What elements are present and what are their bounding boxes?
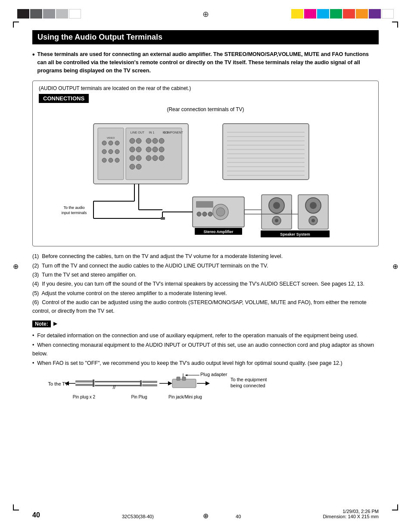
- svg-text:To the audio: To the audio: [63, 205, 84, 210]
- page-title: Using the Audio Output Terminals: [32, 30, 379, 44]
- note-bullet-3: • When FAO is set to "OFF", we recommend…: [32, 359, 379, 367]
- svg-rect-93: [140, 380, 142, 384]
- svg-point-7: [109, 149, 113, 154]
- svg-rect-101: [182, 377, 186, 380]
- svg-text:Plug adapter: Plug adapter: [200, 373, 227, 377]
- note-bullets: • For detailed information on the connec…: [32, 332, 379, 368]
- svg-rect-95: [140, 384, 142, 386]
- bullet-dot: •: [32, 50, 35, 75]
- numbered-item-2: (2) Turn off the TV and connect the audi…: [32, 262, 379, 270]
- svg-text:To the equipment: To the equipment: [230, 377, 267, 382]
- svg-point-11: [115, 158, 119, 162]
- svg-rect-88: [75, 384, 93, 386]
- svg-point-9: [102, 158, 106, 162]
- svg-point-6: [102, 149, 106, 154]
- num-4-text: (4) If you desire, you can turn off the …: [32, 280, 364, 288]
- num-1-text: (1) Before connecting the cables, turn o…: [32, 252, 283, 261]
- swatch-lightgray: [56, 9, 68, 19]
- swatch-yellow: [291, 9, 303, 19]
- svg-rect-100: [177, 377, 180, 380]
- svg-rect-76: [161, 217, 165, 220]
- svg-rect-56: [196, 201, 213, 208]
- note-bullet-1-text: • For detailed information on the connec…: [32, 332, 358, 340]
- svg-point-29: [146, 156, 151, 161]
- note-bullet-2-text: • When connecting monaural equipment to …: [32, 341, 379, 358]
- svg-point-28: [136, 156, 141, 161]
- svg-point-26: [159, 147, 164, 152]
- num-5-text: (5) Adjust the volume control on the ste…: [32, 289, 227, 298]
- swatch-purple: [369, 9, 381, 19]
- svg-text:Pin plug x 2: Pin plug x 2: [73, 395, 96, 399]
- svg-point-24: [146, 147, 151, 152]
- note-bullet-2: • When connecting monaural equipment to …: [32, 341, 379, 358]
- svg-marker-98: [168, 381, 172, 386]
- svg-point-10: [109, 158, 113, 162]
- svg-rect-94: [142, 381, 157, 383]
- corner-br-mark: [392, 504, 398, 510]
- svg-point-32: [130, 164, 135, 169]
- corner-bl-mark: [13, 504, 19, 510]
- num-2-text: (2) Turn off the TV and connect the audi…: [32, 262, 268, 270]
- numbered-item-5: (5) Adjust the volume control on the ste…: [32, 289, 379, 298]
- corner-tr-mark: [392, 22, 398, 28]
- footer-right-info: 1/29/03, 2:26 PM Dimension: 140 X 215 mm: [323, 509, 379, 519]
- connection-diagram-svg: VIDEO LINE OUT IN 1 IN 3 COMPONENT: [42, 115, 369, 240]
- svg-point-17: [130, 138, 135, 143]
- footer-page-num: 40: [236, 514, 241, 519]
- svg-point-21: [159, 138, 164, 143]
- num-6-text: (6) Control of the audio can be adjusted…: [32, 299, 379, 315]
- swatch-white: [69, 9, 81, 19]
- main-content: Using the Audio Output Terminals • These…: [32, 30, 379, 498]
- svg-point-3: [102, 141, 106, 145]
- svg-rect-86: [75, 380, 93, 383]
- svg-rect-96: [142, 384, 157, 386]
- swatch-orange: [356, 9, 368, 19]
- svg-text:Pin jack/Mini plug: Pin jack/Mini plug: [168, 395, 202, 399]
- svg-text:COMPONENT: COMPONENT: [163, 131, 183, 134]
- svg-point-27: [130, 156, 135, 161]
- svg-point-71: [311, 219, 315, 222]
- svg-point-19: [146, 138, 151, 143]
- svg-point-8: [115, 149, 119, 154]
- intro-text: These terminals are used for connecting …: [37, 50, 379, 75]
- note-box: Note: ▶: [32, 320, 379, 327]
- rear-connection-label: (Rear connection terminals of TV): [39, 106, 372, 112]
- svg-rect-87: [93, 380, 94, 383]
- svg-point-59: [208, 212, 212, 216]
- footer-center-code: 32C530(38-40): [122, 514, 154, 519]
- numbered-list: (1) Before connecting the cables, turn o…: [32, 252, 379, 315]
- svg-rect-89: [93, 383, 94, 387]
- svg-point-18: [136, 138, 141, 143]
- svg-point-31: [159, 156, 164, 161]
- crosshair-top-icon: ⊕: [202, 9, 209, 19]
- connections-label: CONNECTIONS: [39, 94, 89, 103]
- svg-marker-103: [206, 381, 210, 386]
- svg-point-30: [153, 156, 158, 161]
- svg-point-66: [275, 219, 278, 222]
- svg-text:VIDEO: VIDEO: [107, 137, 115, 139]
- note-label: Note:: [32, 320, 51, 327]
- svg-point-64: [273, 202, 280, 209]
- svg-rect-12: [126, 128, 182, 180]
- svg-text:Stereo Amplifier: Stereo Amplifier: [203, 230, 234, 234]
- note-arrow: ▶: [53, 320, 57, 327]
- svg-text:Pin Plug: Pin Plug: [131, 395, 147, 399]
- diagram-note: (AUDIO OUTPUT terminals are located on t…: [39, 85, 372, 91]
- connector-diagram: To the TV //: [32, 373, 379, 408]
- corner-tl-mark: [13, 22, 19, 28]
- numbered-item-6: (6) Control of the audio can be adjusted…: [32, 299, 379, 315]
- svg-point-23: [136, 147, 141, 152]
- swatch-darkgray: [30, 9, 42, 19]
- svg-point-69: [310, 202, 317, 209]
- page-footer: 40 32C530(38-40) 40 1/29/03, 2:26 PM Dim…: [32, 509, 379, 519]
- svg-text:IN 1: IN 1: [149, 131, 155, 134]
- note-bullet-3-text: • When FAO is set to "OFF", we recommend…: [32, 359, 342, 367]
- svg-text:Speaker System: Speaker System: [280, 232, 310, 236]
- swatch-gray: [43, 9, 55, 19]
- num-3-text: (3) Turn the TV set and stereo amplifier…: [32, 271, 137, 279]
- svg-point-55: [216, 208, 225, 216]
- color-bar-left: [17, 9, 81, 19]
- svg-point-57: [197, 212, 201, 216]
- crosshair-left-icon: ⊕: [13, 262, 19, 270]
- svg-text:LINE OUT: LINE OUT: [131, 131, 145, 134]
